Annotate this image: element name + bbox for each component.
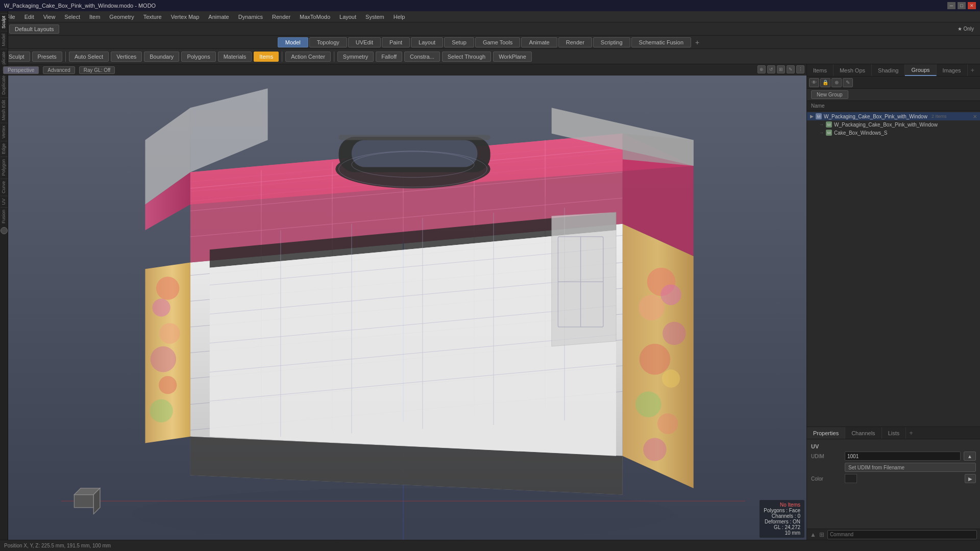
- right-tab-items[interactable]: Items: [807, 64, 834, 76]
- tool-btn-polygons[interactable]: Polygons: [181, 52, 215, 62]
- scene-root-group[interactable]: ▶ M W_Packaging_Cake_Box_Pink_with_Windo…: [807, 112, 980, 120]
- tool-btn-falloff[interactable]: Falloff: [376, 52, 402, 62]
- viewport-icon-2[interactable]: ↺: [767, 65, 775, 73]
- left-tab-edge[interactable]: Edge: [1, 141, 8, 156]
- color-arrow-btn[interactable]: ▶: [965, 474, 976, 483]
- mode-tab-layout[interactable]: Layout: [411, 37, 443, 47]
- left-tab-duplicate[interactable]: Duplicate: [1, 73, 8, 97]
- viewport-icon-1[interactable]: ⊕: [757, 65, 766, 73]
- viewport-icon-4[interactable]: ✎: [787, 65, 795, 73]
- set-udim-from-filename-button[interactable]: Set UDIM from Filename: [845, 463, 976, 472]
- tool-btn-symmetry[interactable]: Symmetry: [337, 52, 374, 62]
- mode-tab-render[interactable]: Render: [558, 37, 592, 47]
- right-tab-mesh-ops[interactable]: Mesh Ops: [834, 64, 872, 76]
- viewport-icon-5[interactable]: ⋮: [796, 65, 804, 73]
- tool-btn-constrain[interactable]: Constra...: [404, 52, 440, 62]
- props-tab-channels[interactable]: Channels: [845, 427, 881, 439]
- menu-item-system[interactable]: System: [361, 13, 388, 21]
- right-tab-groups[interactable]: Groups: [905, 64, 936, 76]
- mode-tab-schematic-fusion[interactable]: Schematic Fusion: [631, 37, 691, 47]
- viewport-icon-3[interactable]: ⊞: [777, 65, 785, 73]
- menu-item-view[interactable]: View: [39, 13, 60, 21]
- mode-tab-topology[interactable]: Topology: [309, 37, 347, 47]
- scene-item-2[interactable]: → M Cake_Box_Windows_S: [807, 129, 980, 137]
- right-tab-shading[interactable]: Shading: [872, 64, 905, 76]
- mode-tab-setup[interactable]: Setup: [444, 37, 474, 47]
- left-tab-model[interactable]: Model: [1, 31, 8, 48]
- minimize-button[interactable]: ─: [947, 2, 955, 9]
- add-right-tab-button[interactable]: +: [968, 65, 978, 75]
- menu-item-item[interactable]: Item: [85, 13, 104, 21]
- svg-point-30: [152, 298, 170, 316]
- menu-item-animate[interactable]: Animate: [204, 13, 233, 21]
- mode-tab-scripting[interactable]: Scripting: [593, 37, 630, 47]
- tool-btn-materials[interactable]: Materials: [218, 52, 252, 62]
- left-tab-vertex[interactable]: Vertex: [1, 123, 8, 141]
- scene-tool-2[interactable]: 🔒: [820, 78, 830, 87]
- command-input[interactable]: [827, 530, 977, 539]
- left-tab-sculpt[interactable]: Sculpt: [1, 13, 8, 31]
- props-tab-lists[interactable]: Lists: [882, 427, 906, 439]
- svg-point-10: [635, 391, 662, 417]
- menu-item-layout[interactable]: Layout: [335, 13, 360, 21]
- left-tab-uv[interactable]: UV: [1, 196, 8, 207]
- stat-channels: Channels : 0: [764, 513, 800, 519]
- close-button[interactable]: ✕: [968, 2, 976, 9]
- stat-size: 10 mm: [764, 530, 800, 536]
- viewport[interactable]: Perspective Advanced Ray GL: Off ⊕ ↺ ⊞ ✎…: [0, 64, 806, 540]
- tool-btn-selectThrough[interactable]: Select Through: [442, 52, 491, 62]
- add-props-tab-button[interactable]: +: [906, 428, 916, 438]
- mode-tab-animate[interactable]: Animate: [521, 37, 557, 47]
- left-tab-fusion[interactable]: Fusion: [1, 207, 8, 226]
- menu-item-select[interactable]: Select: [60, 13, 84, 21]
- left-panel-circle-button[interactable]: [1, 227, 8, 234]
- right-panel: ItemsMesh OpsShadingGroupsImages+ 👁 🔒 ⊕ …: [806, 64, 980, 540]
- menu-item-maxtomodo[interactable]: MaxToModo: [296, 13, 334, 21]
- udim-input[interactable]: [845, 452, 961, 461]
- menu-bar: FileEditViewSelectItemGeometryTextureVer…: [0, 11, 980, 22]
- menu-item-vertex map[interactable]: Vertex Map: [167, 13, 204, 21]
- right-tab-images[interactable]: Images: [937, 64, 968, 76]
- tool-btn-boundary[interactable]: Boundary: [144, 52, 179, 62]
- props-tab-properties[interactable]: Properties: [807, 427, 845, 439]
- scene-tool-4[interactable]: ✎: [843, 78, 853, 87]
- menu-item-texture[interactable]: Texture: [139, 13, 166, 21]
- mode-tab-game-tools[interactable]: Game Tools: [475, 37, 521, 47]
- window-controls: ─ □ ✕: [947, 2, 976, 9]
- color-swatch[interactable]: [845, 474, 857, 483]
- tool-btn-workPlane[interactable]: WorkPlane: [493, 52, 532, 62]
- mode-tab-paint[interactable]: Paint: [382, 37, 410, 47]
- tool-btn-vertices[interactable]: Vertices: [111, 52, 142, 62]
- advanced-button[interactable]: Advanced: [43, 66, 75, 74]
- menu-item-help[interactable]: Help: [389, 13, 409, 21]
- left-tab-curve[interactable]: Curve: [1, 179, 8, 195]
- scene-tool-1[interactable]: 👁: [809, 78, 819, 87]
- tool-btn-actionCenter[interactable]: Action Center: [285, 52, 331, 62]
- left-tab-mesh-edit[interactable]: Mesh Edit: [1, 97, 8, 122]
- scene-tool-3[interactable]: ⊕: [831, 78, 842, 87]
- default-layouts-button[interactable]: Default Layouts: [9, 24, 59, 34]
- root-item-close[interactable]: ✕: [973, 114, 977, 119]
- perspective-button[interactable]: Perspective: [3, 66, 39, 74]
- menu-item-dynamics[interactable]: Dynamics: [234, 13, 267, 21]
- tool-btn-items[interactable]: Items: [254, 52, 279, 62]
- scene-item-1[interactable]: → M W_Packaging_Cake_Box_Pink_with_Windo…: [807, 120, 980, 129]
- mode-tab-model[interactable]: Model: [278, 37, 308, 47]
- add-tab-button[interactable]: +: [692, 37, 702, 47]
- scene-toolbar: 👁 🔒 ⊕ ✎: [807, 77, 980, 89]
- new-group-button[interactable]: New Group: [811, 90, 848, 99]
- menu-item-render[interactable]: Render: [268, 13, 295, 21]
- udim-arrow-btn[interactable]: ▲: [964, 452, 976, 461]
- command-up-icon[interactable]: ▲: [810, 531, 816, 538]
- ray-gl-button[interactable]: Ray GL: Off: [79, 66, 115, 74]
- tool-btn-autoSelect[interactable]: Auto Select: [69, 52, 109, 62]
- mode-tab-uvedit[interactable]: UVEdit: [348, 37, 381, 47]
- tool-toolbar: SculptPresetsAuto SelectVerticesBoundary…: [0, 49, 980, 64]
- left-tab-polygon[interactable]: Polygon: [1, 157, 8, 178]
- menu-item-geometry[interactable]: Geometry: [105, 13, 138, 21]
- tool-btn-presets[interactable]: Presets: [32, 52, 62, 62]
- command-expand-icon[interactable]: ⊞: [819, 531, 824, 538]
- item2-name: Cake_Box_Windows_S: [834, 130, 888, 136]
- maximize-button[interactable]: □: [958, 2, 966, 9]
- menu-item-edit[interactable]: Edit: [20, 13, 38, 21]
